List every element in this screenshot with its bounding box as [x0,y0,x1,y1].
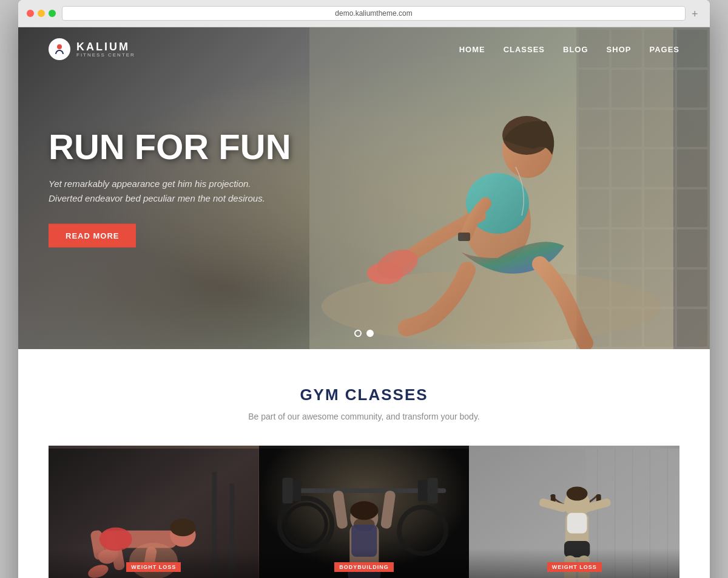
url-bar[interactable]: demo.kaliumtheme.com [62,6,686,21]
slider-dot-1[interactable] [354,330,362,337]
svg-point-15 [170,518,195,536]
minimize-button[interactable] [38,10,45,17]
section-subtitle: Be part of our awesome community, and tr… [49,412,679,421]
locker-cell [677,309,707,347]
svg-point-52 [567,486,588,500]
gym-classes-section: GYM CLASSES Be part of our awesome commu… [18,349,710,578]
close-button[interactable] [27,10,34,17]
card-weightlifting[interactable]: BODYBUILDING WEIGHT LIFTING [259,446,470,578]
svg-rect-29 [282,478,292,503]
locker-cell [677,270,707,307]
pilates-title: PILATES [61,576,247,578]
svg-point-9 [57,44,62,49]
nav-pages[interactable]: PAGES [649,45,679,54]
hero-subtitle: Yet remarkably appearance get him his pr… [49,177,267,206]
svg-rect-8 [458,233,470,241]
browser-chrome: demo.kaliumtheme.com + [18,0,710,27]
browser-dots [27,10,56,17]
card-overlay-pilates: WEIGHT LOSS PILATES [49,548,259,578]
weightlifting-title: WEIGHT LIFTING [271,576,457,578]
nav-home[interactable]: HOME [459,45,485,54]
card-overlay-aerobics: WEIGHT LOSS AEROBICS [469,548,679,578]
nav-shop[interactable]: SHOP [607,45,632,54]
logo-icon [49,38,70,60]
slider-dots [354,330,374,337]
nav-links: HOME CLASSES BLOG SHOP PAGES [459,45,679,54]
hero-title: RUN FOR FUN [49,129,291,165]
nav-blog[interactable]: BLOG [563,45,588,54]
logo[interactable]: KALIUM FITNESS CENTER [49,38,135,60]
card-pilates[interactable]: WEIGHT LOSS PILATES [49,446,259,578]
logo-name: KALIUM [76,41,135,52]
browser-window: demo.kaliumtheme.com + [18,0,710,578]
pilates-badge: WEIGHT LOSS [126,562,181,572]
locker-cell [677,110,707,148]
slider-dot-2[interactable] [366,330,374,337]
locker-cell [677,149,707,187]
svg-rect-30 [293,480,301,501]
navbar: KALIUM FITNESS CENTER HOME CLASSES BLOG … [18,27,710,71]
maximize-button[interactable] [49,10,56,17]
logo-subtitle: FITNESS CENTER [76,52,135,58]
hero-image [309,27,673,349]
locker-cell [677,229,707,267]
svg-point-20 [99,528,132,551]
card-aerobics[interactable]: WEIGHT LOSS AEROBICS [469,446,679,578]
svg-rect-31 [427,478,437,503]
section-title: GYM CLASSES [49,386,679,404]
locker-cell [677,189,707,227]
new-tab-button[interactable]: + [692,8,701,18]
aerobics-title: AEROBICS [481,576,667,578]
nav-classes[interactable]: CLASSES [504,45,545,54]
svg-rect-32 [418,480,427,501]
logo-text: KALIUM FITNESS CENTER [76,41,135,58]
read-more-button[interactable]: READ MORE [49,224,136,248]
card-overlay-weightlifting: BODYBUILDING WEIGHT LIFTING [259,548,470,578]
svg-point-36 [350,501,378,520]
hero-content: RUN FOR FUN Yet remarkably appearance ge… [49,129,291,248]
locker-cell [677,70,707,107]
cards-grid: WEIGHT LOSS PILATES [49,446,679,578]
svg-rect-53 [567,513,587,534]
website-content: KALIUM FITNESS CENTER HOME CLASSES BLOG … [18,27,710,578]
aerobics-badge: WEIGHT LOSS [547,562,602,572]
weightlifting-badge: BODYBUILDING [334,562,394,572]
hero-section: KALIUM FITNESS CENTER HOME CLASSES BLOG … [18,27,710,349]
